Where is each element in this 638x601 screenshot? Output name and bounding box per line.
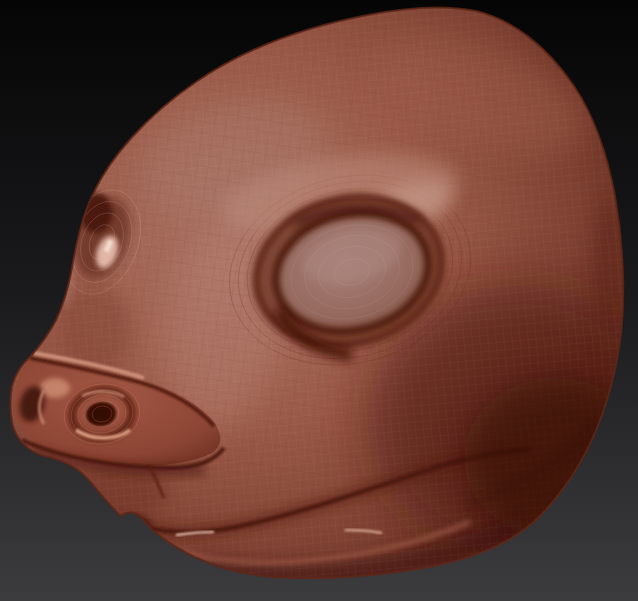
sculpt-viewport[interactable] <box>0 0 638 601</box>
nose-side-highlight <box>40 378 70 398</box>
3d-canvas[interactable] <box>0 0 638 601</box>
nostril-core <box>92 408 108 420</box>
